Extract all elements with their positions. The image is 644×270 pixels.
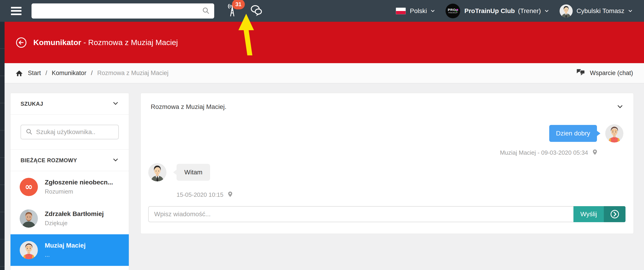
chevron-down-icon	[430, 8, 436, 14]
trainer-avatar	[148, 163, 166, 181]
send-button[interactable]: Wyślij	[574, 206, 626, 222]
chevron-down-icon	[544, 8, 550, 14]
home-icon[interactable]	[16, 70, 23, 77]
global-search[interactable]	[32, 4, 214, 19]
user-menu[interactable]: Cybulski Tomasz	[560, 4, 633, 18]
search-icon	[202, 7, 210, 15]
message-row-left: Witam	[148, 163, 210, 181]
message-meta: Muziaj Maciej - 09-03-2020 05:34	[500, 149, 598, 156]
conversation-last-message: ...	[45, 251, 86, 258]
user-avatar	[560, 4, 573, 18]
chat-bubbles-icon	[250, 14, 263, 17]
breadcrumb-separator: /	[91, 70, 93, 77]
conversation-name: Zdrzałek Bartłomiej	[45, 210, 104, 218]
conversation-name: Zgłoszenie nieobecn...	[45, 179, 113, 186]
messenger-sidebar: SZUKAJ BIEŻĄCE ROZMOWY	[10, 93, 129, 270]
hamburger-menu-icon[interactable]	[11, 7, 22, 15]
conversation-last-message: Dziękuje	[45, 220, 104, 227]
conversation-last-message: Rozumiem	[45, 188, 113, 195]
conversations-section-header[interactable]: BIEŻĄCE ROZMOWY	[10, 150, 129, 171]
message-input[interactable]	[154, 210, 568, 218]
user-name: Cybulski Tomasz	[576, 7, 624, 15]
infinity-avatar: ∞	[20, 178, 38, 196]
message-bubble: Witam	[176, 164, 210, 181]
boy-avatar	[605, 124, 624, 143]
messenger-button[interactable]	[250, 4, 263, 18]
message-input-box[interactable]	[148, 206, 574, 222]
language-label: Polski	[410, 7, 427, 15]
breadcrumb-item-komunikator[interactable]: Komunikator	[52, 70, 86, 77]
support-chat-link[interactable]: Wsparcie (chat)	[576, 68, 633, 78]
search-section-title: SZUKAJ	[20, 101, 43, 107]
send-button-label: Wyślij	[574, 206, 604, 222]
user-search-input[interactable]	[36, 128, 118, 136]
club-name: ProTrainUp Club	[464, 7, 515, 15]
top-bar: 31 Polski PRO TRAINUP Pr	[0, 0, 644, 22]
back-button[interactable]	[16, 37, 27, 48]
message-bubble: Dzien dobry	[549, 125, 597, 142]
support-chat-icon	[576, 68, 585, 78]
broadcast-tower-icon	[226, 15, 238, 18]
user-search-box[interactable]	[20, 125, 119, 139]
page-title: Komunikator - Rozmowa z Muziaj Maciej	[33, 38, 178, 47]
breadcrumb-item-start[interactable]: Start	[28, 70, 41, 77]
map-pin-icon[interactable]	[227, 191, 234, 198]
protrainup-logo: PRO TRAINUP	[446, 4, 460, 18]
conversation-item-zgloszenie[interactable]: ∞ Zgłoszenie nieobecn... Rozumiem	[10, 171, 129, 203]
collapsed-nav-rail[interactable]	[0, 22, 4, 270]
content-area: SZUKAJ BIEŻĄCE ROZMOWY	[4, 83, 644, 270]
breadcrumb-bar: Start / Komunikator / Rozmowa z Muziaj M…	[4, 63, 644, 83]
chevron-down-icon	[112, 100, 119, 107]
app-window: 31 Polski PRO TRAINUP Pr	[0, 0, 644, 270]
page-header: Komunikator - Rozmowa z Muziaj Maciej	[4, 22, 644, 63]
poland-flag-icon	[396, 8, 406, 15]
chevron-down-icon	[112, 157, 119, 164]
conversation-name: Muziaj Maciej	[45, 242, 86, 249]
support-chat-label: Wsparcie (chat)	[590, 70, 633, 77]
chevron-down-icon	[628, 8, 633, 14]
chat-title: Rozmowa z Muziaj Maciej.	[151, 103, 226, 110]
photo-avatar	[20, 209, 38, 228]
conversation-item-muziaj[interactable]: Muziaj Maciej ...	[10, 234, 129, 266]
search-section-header[interactable]: SZUKAJ	[10, 93, 129, 115]
conversation-item-zdrzalek[interactable]: Zdrzałek Bartłomiej Dziękuje	[10, 203, 129, 234]
chevron-down-icon[interactable]	[616, 103, 624, 111]
club-selector[interactable]: PRO TRAINUP ProTrainUp Club (Trener)	[446, 4, 550, 18]
svg-text:∞: ∞	[25, 181, 33, 192]
breadcrumb-item-current: Rozmowa z Muziaj Maciej	[97, 70, 168, 77]
notifications-badge: 31	[232, 0, 245, 9]
user-search-block	[10, 115, 129, 150]
boy-avatar	[20, 241, 38, 259]
global-search-input[interactable]	[36, 7, 202, 15]
conversations-section-title: BIEŻĄCE ROZMOWY	[20, 157, 77, 164]
search-icon	[26, 128, 32, 136]
message-composer: Wyślij	[148, 206, 626, 222]
breadcrumb-separator: /	[46, 70, 47, 77]
message-meta: 15-05-2020 10:15	[176, 191, 234, 198]
notifications-button[interactable]: 31	[226, 4, 238, 19]
map-pin-icon[interactable]	[592, 149, 598, 156]
message-row-right: Dzien dobry	[549, 124, 624, 143]
chat-panel: Rozmowa z Muziaj Maciej. Dzien dobry	[140, 93, 634, 234]
send-circle-arrow-icon	[604, 206, 626, 222]
message-timestamp: 15-05-2020 10:15	[176, 191, 223, 198]
language-selector[interactable]: Polski	[396, 7, 436, 15]
club-role: (Trener)	[518, 7, 541, 15]
message-timestamp: Muziaj Maciej - 09-03-2020 05:34	[500, 149, 588, 156]
